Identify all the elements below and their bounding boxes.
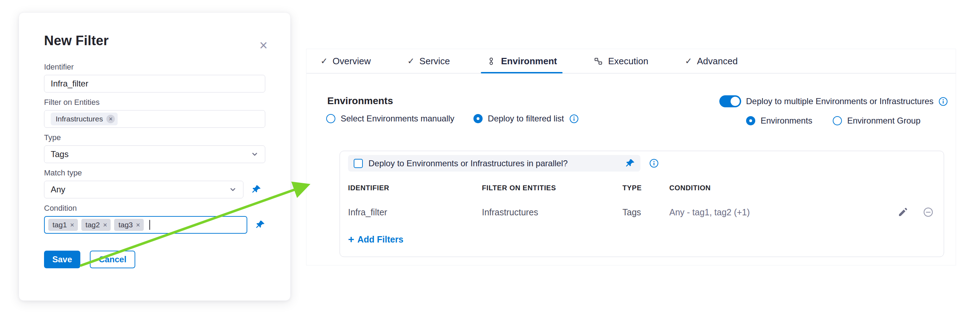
new-filter-modal: New Filter × Identifier Infra_filter Fil… — [19, 12, 291, 301]
chevron-down-icon — [251, 150, 259, 158]
info-icon[interactable] — [939, 97, 948, 106]
tab-overview[interactable]: ✓ Overview — [319, 49, 372, 73]
tab-label: Execution — [608, 56, 648, 67]
radio-label: Environment Group — [847, 116, 921, 126]
tag-remove-icon[interactable]: × — [136, 221, 140, 229]
info-icon[interactable] — [569, 114, 579, 123]
chip-remove-icon[interactable]: × — [107, 115, 115, 123]
save-button[interactable]: Save — [44, 251, 80, 268]
tag-label: tag2 — [86, 221, 100, 229]
chevron-down-icon — [229, 186, 237, 194]
radio-select-manually[interactable]: Select Environments manually — [326, 114, 454, 123]
radio-icon[interactable] — [833, 116, 842, 125]
type-select[interactable]: Tags — [44, 146, 265, 163]
condition-field-group: Condition tag1 × tag2 × tag3 × — [44, 204, 266, 234]
multi-env-toggle[interactable] — [719, 95, 741, 107]
match-type-select[interactable]: Any — [44, 181, 243, 199]
stage-tabbar: ✓ Overview ✓ Service Environment Executi… — [307, 49, 956, 74]
pin-icon[interactable] — [251, 184, 262, 195]
type-label: Type — [44, 133, 266, 142]
multi-env-toggle-label: Deploy to multiple Environments or Infra… — [746, 96, 934, 106]
col-header-type: TYPE — [622, 184, 669, 192]
tab-label: Advanced — [697, 56, 738, 67]
tab-label: Service — [420, 56, 450, 67]
row-type: Tags — [622, 207, 669, 218]
radio-icon[interactable] — [326, 114, 336, 123]
radio-label: Environments — [760, 116, 812, 126]
identifier-input[interactable]: Infra_filter — [44, 75, 265, 93]
filters-panel: Deploy to Environments or Infrastructure… — [340, 151, 944, 257]
entities-label: Filter on Entities — [44, 98, 266, 107]
condition-tag: tag2 × — [81, 219, 111, 231]
tag-remove-icon[interactable]: × — [103, 221, 107, 229]
row-condition: Any - tag1, tag2 (+1) — [669, 207, 876, 218]
tab-execution[interactable]: Execution — [592, 49, 649, 73]
tab-advanced[interactable]: ✓ Advanced — [683, 49, 739, 73]
environment-tab-content: Environments Select Environments manuall… — [307, 74, 956, 266]
check-icon: ✓ — [407, 56, 414, 66]
radio-label: Select Environments manually — [340, 114, 454, 123]
condition-label: Condition — [44, 204, 266, 213]
environment-icon — [487, 56, 496, 66]
execution-icon — [593, 56, 603, 66]
type-field-group: Type Tags — [44, 133, 266, 163]
row-entities: Infrastructures — [482, 207, 622, 218]
text-caret — [150, 220, 150, 230]
col-header-entities: FILTER ON ENTITIES — [482, 184, 622, 192]
radio-selected-icon[interactable] — [746, 116, 755, 125]
radio-environment-group[interactable]: Environment Group — [833, 116, 921, 126]
check-icon: ✓ — [321, 56, 328, 66]
pin-icon[interactable] — [255, 219, 266, 230]
tag-label: tag1 — [52, 221, 67, 229]
match-type-value: Any — [51, 185, 65, 195]
pin-icon[interactable] — [625, 158, 635, 169]
filter-table-row: Infra_filter Infrastructures Tags Any - … — [340, 203, 944, 221]
col-header-identifier: IDENTIFIER — [348, 184, 482, 192]
page: New Filter × Identifier Infra_filter Fil… — [0, 0, 980, 317]
tag-remove-icon[interactable]: × — [70, 221, 74, 229]
toggle-knob — [730, 97, 740, 106]
plus-icon: + — [348, 233, 355, 245]
check-icon: ✓ — [685, 56, 692, 66]
cancel-button[interactable]: Cancel — [90, 251, 135, 268]
match-type-label: Match type — [44, 168, 266, 178]
parallel-checkbox-label: Deploy to Environments or Infrastructure… — [369, 158, 568, 168]
info-icon[interactable] — [649, 158, 659, 168]
condition-tags-input[interactable]: tag1 × tag2 × tag3 × — [44, 216, 247, 234]
radio-deploy-filtered-list[interactable]: Deploy to filtered list — [473, 114, 579, 123]
identifier-value: Infra_filter — [51, 79, 88, 89]
condition-tag: tag3 × — [114, 219, 144, 231]
identifier-label: Identifier — [44, 62, 266, 72]
filters-table-header: IDENTIFIER FILTER ON ENTITIES TYPE CONDI… — [340, 182, 944, 194]
add-filters-button[interactable]: + Add Filters — [348, 232, 403, 247]
parallel-checkbox[interactable] — [354, 159, 363, 168]
tab-environment[interactable]: Environment — [485, 49, 558, 73]
entities-field-group: Filter on Entities Infrastructures × — [44, 98, 266, 128]
entities-chip-label: Infrastructures — [56, 115, 103, 123]
radio-label: Deploy to filtered list — [488, 114, 564, 123]
tab-label: Overview — [332, 56, 371, 67]
remove-circle-icon[interactable] — [923, 207, 934, 218]
stage-config-panel: ✓ Overview ✓ Service Environment Executi… — [306, 49, 956, 266]
tab-service[interactable]: ✓ Service — [406, 49, 451, 73]
tab-label: Environment — [501, 56, 557, 67]
add-filters-label: Add Filters — [358, 234, 404, 245]
edit-icon[interactable] — [897, 207, 908, 218]
row-identifier: Infra_filter — [348, 207, 482, 218]
match-type-field-group: Match type Any — [44, 168, 266, 199]
radio-selected-icon[interactable] — [473, 114, 483, 123]
condition-tag: tag1 × — [48, 219, 78, 231]
close-icon[interactable]: × — [256, 38, 270, 52]
radio-environments[interactable]: Environments — [746, 116, 812, 126]
tag-label: tag3 — [118, 221, 133, 229]
modal-title: New Filter — [44, 33, 266, 48]
environments-heading: Environments — [327, 95, 393, 107]
entities-input[interactable]: Infrastructures × — [44, 110, 265, 128]
type-value: Tags — [51, 149, 69, 159]
col-header-condition: CONDITION — [669, 184, 876, 192]
entities-chip: Infrastructures × — [51, 113, 118, 125]
deploy-parallel-row: Deploy to Environments or Infrastructure… — [348, 155, 640, 171]
identifier-field-group: Identifier Infra_filter — [44, 62, 266, 93]
